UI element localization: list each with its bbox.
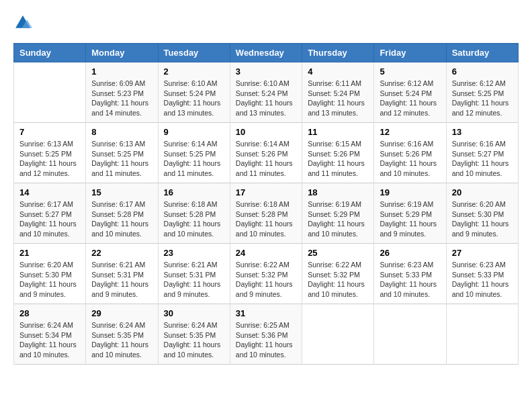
- cell-info: Sunrise: 6:19 AMSunset: 5:29 PMDaylight:…: [308, 199, 368, 239]
- cell-info: Sunrise: 6:22 AMSunset: 5:32 PMDaylight:…: [236, 260, 296, 300]
- calendar-cell: 11Sunrise: 6:15 AMSunset: 5:26 PMDayligh…: [302, 123, 374, 183]
- day-number: 2: [164, 66, 224, 77]
- calendar-cell: 13Sunrise: 6:16 AMSunset: 5:27 PMDayligh…: [446, 123, 518, 183]
- calendar-cell: 24Sunrise: 6:22 AMSunset: 5:32 PMDayligh…: [230, 244, 302, 304]
- calendar-cell: [374, 304, 446, 365]
- page-header: [13, 13, 519, 32]
- day-number: 10: [236, 127, 296, 137]
- header-cell-thursday: Thursday: [302, 44, 374, 62]
- calendar-cell: 12Sunrise: 6:16 AMSunset: 5:26 PMDayligh…: [374, 123, 446, 183]
- header-cell-monday: Monday: [86, 44, 158, 62]
- week-row-2: 7Sunrise: 6:13 AMSunset: 5:25 PMDaylight…: [14, 123, 519, 183]
- header-cell-tuesday: Tuesday: [158, 44, 230, 62]
- day-number: 12: [380, 127, 440, 137]
- calendar-cell: 7Sunrise: 6:13 AMSunset: 5:25 PMDaylight…: [14, 123, 86, 183]
- cell-info: Sunrise: 6:24 AMSunset: 5:35 PMDaylight:…: [91, 320, 152, 360]
- day-number: 23: [164, 248, 224, 258]
- day-number: 30: [164, 308, 224, 318]
- cell-info: Sunrise: 6:23 AMSunset: 5:33 PMDaylight:…: [380, 260, 440, 300]
- cell-info: Sunrise: 6:19 AMSunset: 5:29 PMDaylight:…: [380, 199, 440, 239]
- header-row: SundayMondayTuesdayWednesdayThursdayFrid…: [14, 44, 519, 62]
- day-number: 20: [452, 187, 513, 197]
- cell-info: Sunrise: 6:20 AMSunset: 5:30 PMDaylight:…: [452, 199, 513, 239]
- day-number: 16: [164, 187, 224, 197]
- day-number: 8: [91, 127, 152, 137]
- calendar-cell: 10Sunrise: 6:14 AMSunset: 5:26 PMDayligh…: [230, 123, 302, 183]
- day-number: 18: [308, 187, 368, 197]
- cell-info: Sunrise: 6:12 AMSunset: 5:24 PMDaylight:…: [380, 79, 440, 118]
- day-number: 26: [380, 248, 440, 258]
- calendar-cell: 15Sunrise: 6:17 AMSunset: 5:28 PMDayligh…: [86, 183, 158, 244]
- calendar-cell: 3Sunrise: 6:10 AMSunset: 5:24 PMDaylight…: [230, 62, 302, 123]
- calendar-cell: 5Sunrise: 6:12 AMSunset: 5:24 PMDaylight…: [374, 62, 446, 123]
- cell-info: Sunrise: 6:14 AMSunset: 5:25 PMDaylight:…: [164, 139, 224, 179]
- cell-info: Sunrise: 6:21 AMSunset: 5:31 PMDaylight:…: [91, 260, 152, 300]
- cell-info: Sunrise: 6:15 AMSunset: 5:26 PMDaylight:…: [308, 139, 368, 179]
- calendar-cell: 20Sunrise: 6:20 AMSunset: 5:30 PMDayligh…: [446, 183, 518, 244]
- day-number: 28: [19, 308, 80, 318]
- calendar-cell: 27Sunrise: 6:23 AMSunset: 5:33 PMDayligh…: [446, 244, 518, 304]
- day-number: 27: [452, 248, 513, 258]
- cell-info: Sunrise: 6:11 AMSunset: 5:24 PMDaylight:…: [308, 79, 368, 118]
- cell-info: Sunrise: 6:17 AMSunset: 5:28 PMDaylight:…: [91, 199, 152, 239]
- header-cell-wednesday: Wednesday: [230, 44, 302, 62]
- calendar-cell: 28Sunrise: 6:24 AMSunset: 5:34 PMDayligh…: [14, 304, 86, 365]
- day-number: 4: [308, 66, 368, 77]
- calendar-cell: 9Sunrise: 6:14 AMSunset: 5:25 PMDaylight…: [158, 123, 230, 183]
- week-row-3: 14Sunrise: 6:17 AMSunset: 5:27 PMDayligh…: [14, 183, 519, 244]
- header-cell-saturday: Saturday: [446, 44, 518, 62]
- day-number: 15: [91, 187, 152, 197]
- cell-info: Sunrise: 6:22 AMSunset: 5:32 PMDaylight:…: [308, 260, 368, 300]
- calendar-cell: 26Sunrise: 6:23 AMSunset: 5:33 PMDayligh…: [374, 244, 446, 304]
- calendar-cell: 19Sunrise: 6:19 AMSunset: 5:29 PMDayligh…: [374, 183, 446, 244]
- calendar-cell: [14, 62, 86, 123]
- calendar-cell: 18Sunrise: 6:19 AMSunset: 5:29 PMDayligh…: [302, 183, 374, 244]
- day-number: 24: [236, 248, 296, 258]
- cell-info: Sunrise: 6:18 AMSunset: 5:28 PMDaylight:…: [236, 199, 296, 239]
- cell-info: Sunrise: 6:16 AMSunset: 5:26 PMDaylight:…: [380, 139, 440, 179]
- calendar-cell: 25Sunrise: 6:22 AMSunset: 5:32 PMDayligh…: [302, 244, 374, 304]
- cell-info: Sunrise: 6:12 AMSunset: 5:25 PMDaylight:…: [452, 79, 513, 118]
- cell-info: Sunrise: 6:20 AMSunset: 5:30 PMDaylight:…: [19, 260, 80, 300]
- calendar-cell: 17Sunrise: 6:18 AMSunset: 5:28 PMDayligh…: [230, 183, 302, 244]
- calendar-cell: [446, 304, 518, 365]
- logo-icon: [13, 13, 32, 32]
- logo: [13, 13, 35, 32]
- day-number: 3: [236, 66, 296, 77]
- cell-info: Sunrise: 6:24 AMSunset: 5:35 PMDaylight:…: [164, 320, 224, 360]
- day-number: 13: [452, 127, 513, 137]
- calendar-cell: 31Sunrise: 6:25 AMSunset: 5:36 PMDayligh…: [230, 304, 302, 365]
- calendar-cell: 29Sunrise: 6:24 AMSunset: 5:35 PMDayligh…: [86, 304, 158, 365]
- calendar-cell: 1Sunrise: 6:09 AMSunset: 5:23 PMDaylight…: [86, 62, 158, 123]
- day-number: 7: [19, 127, 80, 137]
- day-number: 1: [91, 66, 152, 77]
- day-number: 14: [19, 187, 80, 197]
- cell-info: Sunrise: 6:13 AMSunset: 5:25 PMDaylight:…: [91, 139, 152, 179]
- cell-info: Sunrise: 6:18 AMSunset: 5:28 PMDaylight:…: [164, 199, 224, 239]
- cell-info: Sunrise: 6:14 AMSunset: 5:26 PMDaylight:…: [236, 139, 296, 179]
- day-number: 29: [91, 308, 152, 318]
- calendar-cell: 4Sunrise: 6:11 AMSunset: 5:24 PMDaylight…: [302, 62, 374, 123]
- calendar-cell: 23Sunrise: 6:21 AMSunset: 5:31 PMDayligh…: [158, 244, 230, 304]
- calendar-cell: 6Sunrise: 6:12 AMSunset: 5:25 PMDaylight…: [446, 62, 518, 123]
- day-number: 25: [308, 248, 368, 258]
- cell-info: Sunrise: 6:21 AMSunset: 5:31 PMDaylight:…: [164, 260, 224, 300]
- cell-info: Sunrise: 6:16 AMSunset: 5:27 PMDaylight:…: [452, 139, 513, 179]
- cell-info: Sunrise: 6:25 AMSunset: 5:36 PMDaylight:…: [236, 320, 296, 360]
- cell-info: Sunrise: 6:09 AMSunset: 5:23 PMDaylight:…: [91, 79, 152, 118]
- day-number: 17: [236, 187, 296, 197]
- cell-info: Sunrise: 6:24 AMSunset: 5:34 PMDaylight:…: [19, 320, 80, 360]
- week-row-1: 1Sunrise: 6:09 AMSunset: 5:23 PMDaylight…: [14, 62, 519, 123]
- day-number: 22: [91, 248, 152, 258]
- day-number: 9: [164, 127, 224, 137]
- calendar-cell: 30Sunrise: 6:24 AMSunset: 5:35 PMDayligh…: [158, 304, 230, 365]
- day-number: 21: [19, 248, 80, 258]
- day-number: 11: [308, 127, 368, 137]
- calendar-cell: 2Sunrise: 6:10 AMSunset: 5:24 PMDaylight…: [158, 62, 230, 123]
- header-cell-friday: Friday: [374, 44, 446, 62]
- calendar-cell: 14Sunrise: 6:17 AMSunset: 5:27 PMDayligh…: [14, 183, 86, 244]
- day-number: 6: [452, 66, 513, 77]
- calendar-cell: 16Sunrise: 6:18 AMSunset: 5:28 PMDayligh…: [158, 183, 230, 244]
- week-row-4: 21Sunrise: 6:20 AMSunset: 5:30 PMDayligh…: [14, 244, 519, 304]
- calendar-cell: 8Sunrise: 6:13 AMSunset: 5:25 PMDaylight…: [86, 123, 158, 183]
